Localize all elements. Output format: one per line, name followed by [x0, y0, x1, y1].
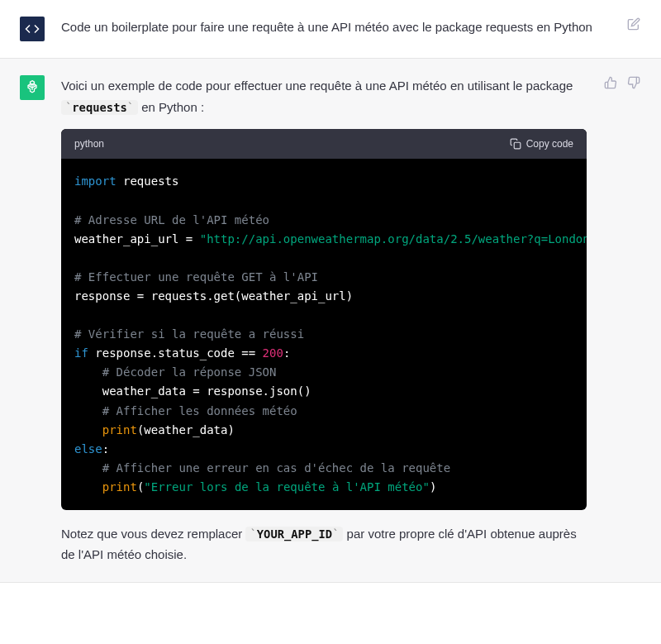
svg-rect-0 — [514, 142, 521, 149]
assistant-intro: Voici un exemple de code pour effectuer … — [61, 75, 587, 117]
edit-button[interactable] — [626, 17, 641, 31]
thumbs-up-button[interactable] — [603, 75, 618, 90]
assistant-message: Voici un exemple de code pour effectuer … — [0, 59, 661, 583]
copy-code-label: Copy code — [526, 136, 573, 152]
outro-text: Notez que vous devez remplacer — [61, 527, 245, 541]
thumbs-up-icon — [604, 76, 617, 89]
edit-icon — [627, 17, 640, 31]
user-message: Code un boilerplate pour faire une requê… — [0, 0, 661, 59]
assistant-actions — [603, 75, 641, 565]
code-icon — [25, 21, 40, 36]
code-block-header: python Copy code — [61, 129, 587, 159]
thumbs-down-icon — [627, 76, 640, 89]
inline-code-appid: YOUR_APP_ID — [245, 527, 343, 541]
code-language-label: python — [74, 136, 104, 152]
openai-icon — [24, 79, 40, 96]
copy-code-button[interactable]: Copy code — [510, 136, 573, 152]
code-block: python Copy code import requests # Adres… — [61, 129, 587, 510]
thumbs-down-button[interactable] — [626, 75, 641, 90]
clipboard-icon — [510, 138, 521, 150]
assistant-outro: Notez que vous devez remplacer YOUR_APP_… — [61, 523, 587, 565]
inline-code-requests: requests — [61, 100, 138, 115]
assistant-content: Voici un exemple de code pour effectuer … — [61, 75, 587, 565]
user-avatar — [20, 17, 45, 41]
intro-text-after: en Python : — [138, 100, 204, 114]
intro-text: Voici un exemple de code pour effectuer … — [61, 79, 573, 93]
user-actions — [626, 17, 641, 41]
code-content[interactable]: import requests # Adresse URL de l'API m… — [61, 159, 587, 510]
user-prompt: Code un boilerplate pour faire une requê… — [61, 17, 610, 41]
assistant-avatar — [20, 75, 45, 100]
